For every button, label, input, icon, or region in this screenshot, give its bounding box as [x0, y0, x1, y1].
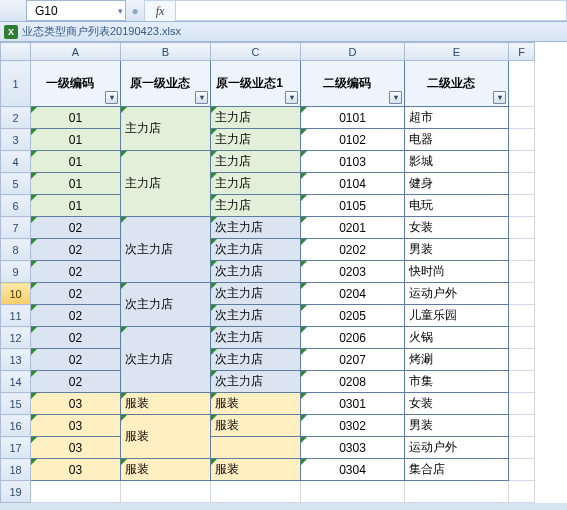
cell-code2[interactable]: 0301: [301, 393, 405, 415]
table-header-cell[interactable]: 一级编码▾: [31, 61, 121, 107]
row-header[interactable]: 15: [1, 393, 31, 415]
cell-cat1b[interactable]: 次主力店: [211, 283, 301, 305]
cell[interactable]: [509, 107, 535, 129]
column-header-B[interactable]: B: [121, 43, 211, 61]
cell-cat1[interactable]: 次主力店: [121, 283, 211, 327]
cell[interactable]: [301, 481, 405, 503]
table-header-cell[interactable]: 原一级业态1▾: [211, 61, 301, 107]
cell-cat1b[interactable]: 次主力店: [211, 261, 301, 283]
cell-code1[interactable]: 03: [31, 415, 121, 437]
cell[interactable]: [509, 61, 535, 107]
filter-button[interactable]: ▾: [285, 91, 298, 104]
row-header[interactable]: 1: [1, 61, 31, 107]
cell-cat2[interactable]: 市集: [405, 371, 509, 393]
cell-code1[interactable]: 02: [31, 349, 121, 371]
cell[interactable]: [509, 217, 535, 239]
cell[interactable]: [509, 415, 535, 437]
cell-code1[interactable]: 03: [31, 437, 121, 459]
cell[interactable]: [509, 459, 535, 481]
cell-cat2[interactable]: 女装: [405, 217, 509, 239]
row-header[interactable]: 4: [1, 151, 31, 173]
cell-cat2[interactable]: 女装: [405, 393, 509, 415]
column-header-E[interactable]: E: [405, 43, 509, 61]
cell-code1[interactable]: 02: [31, 261, 121, 283]
table-header-cell[interactable]: 二级业态▾: [405, 61, 509, 107]
row-header[interactable]: 16: [1, 415, 31, 437]
cell-cat1b[interactable]: 主力店: [211, 173, 301, 195]
cell-code2[interactable]: 0104: [301, 173, 405, 195]
cell-code1[interactable]: 02: [31, 283, 121, 305]
cell[interactable]: [509, 481, 535, 503]
cell-cat1[interactable]: 次主力店: [121, 327, 211, 393]
cell-cat2[interactable]: 健身: [405, 173, 509, 195]
cell-cat1[interactable]: 服装: [121, 415, 211, 459]
filter-button[interactable]: ▾: [105, 91, 118, 104]
cell-cat1b[interactable]: 次主力店: [211, 371, 301, 393]
cell-cat2[interactable]: 运动户外: [405, 283, 509, 305]
cell-cat1b[interactable]: 次主力店: [211, 349, 301, 371]
cell-code2[interactable]: 0303: [301, 437, 405, 459]
cell[interactable]: [509, 151, 535, 173]
row-header[interactable]: 5: [1, 173, 31, 195]
table-header-cell[interactable]: 原一级业态▾: [121, 61, 211, 107]
cell-cat1[interactable]: 次主力店: [121, 217, 211, 283]
cell-cat1b[interactable]: 主力店: [211, 107, 301, 129]
cell[interactable]: [405, 481, 509, 503]
row-header[interactable]: 13: [1, 349, 31, 371]
row-header[interactable]: 12: [1, 327, 31, 349]
cell-cat1b[interactable]: 服装: [211, 415, 301, 437]
cell[interactable]: [509, 371, 535, 393]
filter-button[interactable]: ▾: [195, 91, 208, 104]
cell-code1[interactable]: 02: [31, 305, 121, 327]
cell-cat1b[interactable]: 次主力店: [211, 305, 301, 327]
cell-code2[interactable]: 0202: [301, 239, 405, 261]
cell-code1[interactable]: 03: [31, 393, 121, 415]
select-all-corner[interactable]: [1, 43, 31, 61]
cell-code2[interactable]: 0204: [301, 283, 405, 305]
cell-cat1b[interactable]: 主力店: [211, 195, 301, 217]
cell-cat1[interactable]: 服装: [121, 459, 211, 481]
cell-cat1b[interactable]: 次主力店: [211, 217, 301, 239]
cell[interactable]: [509, 129, 535, 151]
formula-input[interactable]: [176, 0, 567, 21]
cell[interactable]: [509, 195, 535, 217]
cell[interactable]: [509, 283, 535, 305]
row-header[interactable]: 7: [1, 217, 31, 239]
column-header-C[interactable]: C: [211, 43, 301, 61]
cell-code1[interactable]: 03: [31, 459, 121, 481]
cell-code1[interactable]: 01: [31, 173, 121, 195]
cell-cat1b[interactable]: 服装: [211, 459, 301, 481]
name-box[interactable]: G10 ▾: [26, 0, 126, 21]
cell[interactable]: [509, 239, 535, 261]
filter-button[interactable]: ▾: [389, 91, 402, 104]
cell-cat1b[interactable]: 次主力店: [211, 239, 301, 261]
cell[interactable]: [211, 481, 301, 503]
row-header[interactable]: 3: [1, 129, 31, 151]
cell-cat2[interactable]: 烤涮: [405, 349, 509, 371]
cell-cat1[interactable]: 主力店: [121, 107, 211, 151]
cell-code1[interactable]: 01: [31, 107, 121, 129]
cell-cat2[interactable]: 男装: [405, 415, 509, 437]
cell-cat2[interactable]: 电器: [405, 129, 509, 151]
cell-cat1b[interactable]: 主力店: [211, 129, 301, 151]
cell-code2[interactable]: 0103: [301, 151, 405, 173]
cell-cat1b[interactable]: 服装: [211, 393, 301, 415]
cell-cat2[interactable]: 火锅: [405, 327, 509, 349]
fx-label[interactable]: fx: [144, 0, 176, 21]
cell[interactable]: [509, 437, 535, 459]
filter-button[interactable]: ▾: [493, 91, 506, 104]
cell-code2[interactable]: 0201: [301, 217, 405, 239]
cell-code1[interactable]: 01: [31, 129, 121, 151]
cell-code2[interactable]: 0102: [301, 129, 405, 151]
cell-code2[interactable]: 0101: [301, 107, 405, 129]
cell-cat2[interactable]: 儿童乐园: [405, 305, 509, 327]
cell[interactable]: [509, 261, 535, 283]
cell-code2[interactable]: 0205: [301, 305, 405, 327]
grid[interactable]: ABCDEF1一级编码▾原一级业态▾原一级业态1▾二级编码▾二级业态▾201主力…: [0, 42, 535, 503]
cell-cat2[interactable]: 影城: [405, 151, 509, 173]
row-header[interactable]: 8: [1, 239, 31, 261]
cell-cat2[interactable]: 电玩: [405, 195, 509, 217]
cell[interactable]: [509, 327, 535, 349]
row-header[interactable]: 19: [1, 481, 31, 503]
cell-cat1[interactable]: 服装: [121, 393, 211, 415]
